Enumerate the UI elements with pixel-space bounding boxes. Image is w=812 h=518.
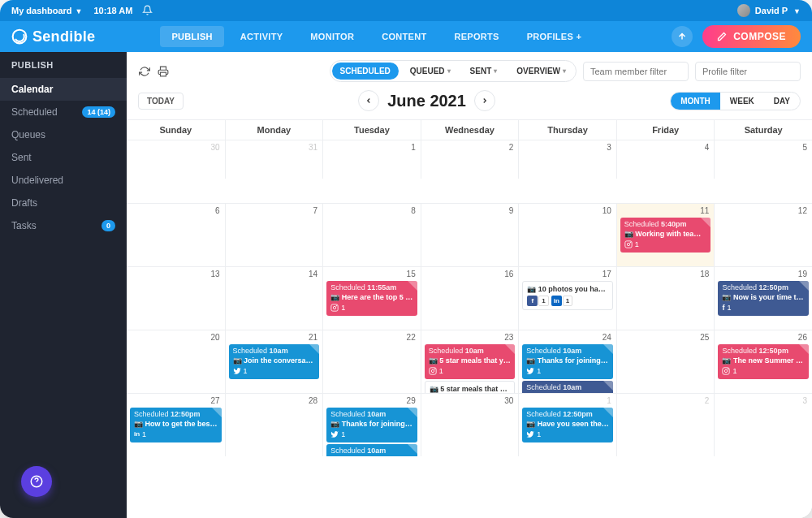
dashboard-selector[interactable]: My dashboard▼ (11, 6, 83, 15)
calendar-cell[interactable]: 31 (225, 140, 323, 179)
calendar-cell[interactable]: 13 (127, 266, 225, 330)
chevron-down-icon: ▼ (793, 7, 801, 15)
avatar[interactable] (737, 4, 750, 17)
bell-icon[interactable] (142, 5, 153, 17)
nav-activity[interactable]: ACTIVITY (229, 26, 295, 47)
pill-overview[interactable]: OVERVIEW ▾ (508, 63, 574, 80)
clock: 10:18 AM (94, 6, 133, 15)
pill-queued[interactable]: QUEUED ▾ (402, 63, 459, 80)
event-card[interactable]: Scheduled 12:50pm📷 Have you seen the lat… (522, 408, 613, 442)
svg-point-9 (431, 369, 434, 372)
calendar-cell[interactable]: 14 (225, 266, 323, 330)
nav-monitor[interactable]: MONITOR (299, 26, 365, 47)
calendar-cell[interactable]: 11Scheduled 5:40pm📷 Working with teams a… (616, 203, 715, 266)
nav-reports[interactable]: REPORTS (443, 26, 510, 47)
upload-button[interactable] (672, 26, 693, 47)
profile-filter[interactable] (695, 62, 801, 81)
event-card[interactable]: Scheduled 10am📷 5 star meals that you ca… (425, 344, 516, 379)
calendar-cell[interactable]: 22 (322, 330, 421, 393)
view-week[interactable]: WEEK (720, 93, 764, 110)
calendar-cell[interactable]: 7 (225, 203, 323, 266)
help-button[interactable] (21, 466, 52, 497)
event-card[interactable]: Scheduled 12:50pm📷 How to get the best m… (130, 408, 222, 442)
nav-content[interactable]: CONTENT (370, 26, 438, 47)
calendar-cell[interactable]: 29Scheduled 10am📷 Thanks for joining us … (322, 393, 421, 456)
svg-rect-1 (160, 72, 166, 76)
pill-sent[interactable]: SENT ▾ (462, 63, 506, 80)
event-card[interactable]: 📷 5 star meals that you can ma…f11in1 (425, 381, 516, 393)
event-card[interactable]: Scheduled 12:50pm📷 The new Summer Mix is… (718, 344, 809, 379)
calendar-cell[interactable]: 2 (421, 140, 519, 179)
calendar-cell[interactable]: 6 (127, 203, 225, 266)
chevron-down-icon: ▼ (76, 7, 83, 15)
calendar-cell[interactable]: 4 (616, 140, 715, 179)
navbar: Sendible PUBLISHACTIVITYMONITORCONTENTRE… (0, 21, 812, 52)
pill-scheduled[interactable]: SCHEDULED (332, 63, 399, 80)
event-card[interactable]: Scheduled 10am📷 Join the conversation 1 (229, 344, 320, 379)
nav-profiles[interactable]: PROFILES + (516, 26, 594, 47)
view-mode-pills: MONTHWEEKDAY (670, 92, 801, 110)
calendar-cell[interactable]: 3 (714, 393, 812, 456)
calendar-cell[interactable]: 1Scheduled 12:50pm📷 Have you seen the la… (518, 393, 616, 456)
sidebar-item-scheduled[interactable]: Scheduled14 (14) (0, 101, 127, 123)
event-card[interactable]: Scheduled 10am📷 Thanks for joining us th… (326, 444, 417, 456)
event-card[interactable]: Scheduled 5:40pm📷 Working with teams acr… (620, 218, 711, 253)
calendar-cell[interactable]: 3 (518, 140, 616, 179)
calendar-cell[interactable]: 9 (421, 203, 519, 266)
calendar-cell[interactable]: 5 (714, 140, 812, 179)
calendar-cell[interactable]: 1 (322, 140, 421, 179)
refresh-icon[interactable] (138, 63, 150, 80)
calendar-cell[interactable]: 15Scheduled 11:55am📷 Here are the top 5 … (322, 266, 421, 330)
team-member-filter[interactable] (583, 62, 689, 81)
calendar-cell[interactable]: 21Scheduled 10am📷 Join the conversation … (225, 330, 323, 393)
calendar-title: June 2021 (387, 92, 466, 110)
sidebar-item-sent[interactable]: Sent (0, 146, 127, 169)
calendar-cell[interactable]: 12 (714, 203, 812, 266)
prev-month-button[interactable] (358, 90, 379, 111)
logo[interactable]: Sendible (11, 28, 95, 45)
calendar-cell[interactable]: 24Scheduled 10am📷 Thanks for joining us … (518, 330, 616, 393)
svg-point-13 (728, 369, 729, 369)
calendar-cell[interactable]: 25 (616, 330, 715, 393)
event-card[interactable]: Scheduled 10am📷 Thanks for joining us th… (522, 344, 613, 379)
calendar-cell[interactable]: 8 (322, 203, 421, 266)
sidebar-item-drafts[interactable]: Drafts (0, 192, 127, 214)
svg-point-3 (627, 243, 629, 245)
svg-point-10 (434, 369, 435, 369)
svg-point-7 (336, 305, 337, 306)
event-card[interactable]: 📷 10 photos you have to see…f1in1 (522, 281, 613, 310)
calendar-cell[interactable]: 20 (127, 330, 225, 393)
calendar-cell[interactable]: 16 (421, 266, 519, 330)
calendar-cell[interactable]: 30 (127, 140, 225, 179)
calendar-cell[interactable]: 19Scheduled 12:50pm📷 Now is your time to… (714, 266, 812, 330)
calendar-cell[interactable]: 18 (616, 266, 715, 330)
nav-items: PUBLISHACTIVITYMONITORCONTENTREPORTSPROF… (160, 26, 593, 47)
calendar-cell[interactable]: 26Scheduled 12:50pm📷 The new Summer Mix … (714, 330, 812, 393)
sidebar-item-tasks[interactable]: Tasks0 (0, 214, 127, 237)
event-card[interactable]: Scheduled 10am📷 Thanks for joining us th… (326, 408, 417, 442)
view-day[interactable]: DAY (764, 93, 800, 110)
calendar-cell[interactable]: 10 (518, 203, 616, 266)
event-card[interactable]: Scheduled 12:50pm📷 Now is your time to s… (718, 281, 809, 316)
sidebar-item-queues[interactable]: Queues (0, 123, 127, 146)
calendar-cell[interactable]: 30 (421, 393, 519, 456)
next-month-button[interactable] (474, 90, 495, 111)
calendar: SundayMondayTuesdayWednesdayThursdayFrid… (127, 119, 812, 518)
compose-button[interactable]: COMPOSE (702, 25, 801, 48)
svg-point-6 (333, 306, 335, 309)
user-menu[interactable]: David P ▼ (755, 6, 801, 15)
calendar-cell[interactable]: 2 (616, 393, 715, 456)
today-button[interactable]: TODAY (138, 93, 184, 110)
calendar-cell[interactable]: 28 (225, 393, 323, 456)
view-month[interactable]: MONTH (671, 93, 720, 110)
calendar-cell[interactable]: 17📷 10 photos you have to see…f1in1 (518, 266, 616, 330)
main: SCHEDULEDQUEUED ▾SENT ▾OVERVIEW ▾ TODAY … (127, 52, 812, 518)
sidebar-item-undelivered[interactable]: Undelivered (0, 169, 127, 192)
event-card[interactable]: Scheduled 10am📷 Thanks for joining us th… (522, 381, 613, 393)
event-card[interactable]: Scheduled 11:55am📷 Here are the top 5 su… (326, 281, 417, 316)
calendar-cell[interactable]: 23Scheduled 10am📷 5 star meals that you … (421, 330, 519, 393)
nav-publish[interactable]: PUBLISH (160, 26, 223, 47)
calendar-cell[interactable]: 27Scheduled 12:50pm📷 How to get the best… (127, 393, 225, 456)
print-icon[interactable] (157, 63, 169, 80)
sidebar-item-calendar[interactable]: Calendar (0, 78, 127, 101)
